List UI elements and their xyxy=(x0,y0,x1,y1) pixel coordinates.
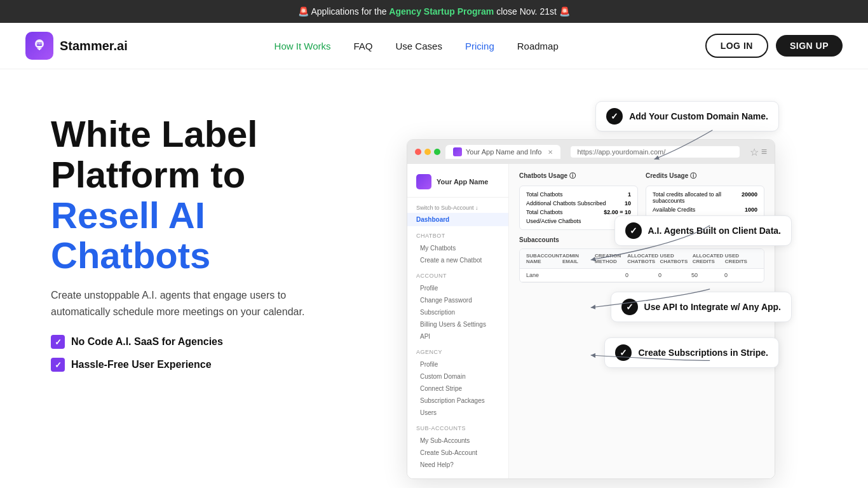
td-used-credits: 0 xyxy=(724,272,757,278)
th-method: Creation Method xyxy=(595,253,627,264)
browser-dots xyxy=(415,149,440,155)
hero-section: White Label Platform to Resell AI Chatbo… xyxy=(0,69,868,488)
browser-nav-icons: ☆ ≡ xyxy=(750,146,767,158)
credits-stat-1: Total credits allocated to all subaccoun… xyxy=(653,191,757,204)
th-name: Subaccount Name xyxy=(526,253,562,264)
announcement-prefix: 🚨 Applications for the xyxy=(298,6,389,17)
table-row: Lane 0 0 50 0 xyxy=(520,269,764,282)
browser-tab: Your App Name and Info ✕ xyxy=(445,145,560,159)
browser-bar: Your App Name and Info ✕ https://app.you… xyxy=(407,140,775,164)
sidebar-create-chatbot[interactable]: Create a new Chatbot xyxy=(407,254,508,266)
sidebar-create-subaccount[interactable]: Create Sub-Account xyxy=(407,447,508,459)
callout-text-2: A.I. Agents Built on Client Data. xyxy=(648,226,782,236)
svg-point-2 xyxy=(37,43,39,44)
sidebar-connect-stripe[interactable]: Connect Stripe xyxy=(407,383,508,395)
td-alloc-chatbots: 0 xyxy=(625,272,658,278)
dot-yellow xyxy=(424,149,431,155)
chatbots-stat-label-4: Used/Active Chatbots xyxy=(526,218,581,224)
sidebar-custom-domain[interactable]: Custom Domain xyxy=(407,370,508,383)
chatbots-stat-label-3: Total Chatbots xyxy=(526,209,563,215)
tab-close: ✕ xyxy=(548,149,553,156)
td-name: Lane xyxy=(526,272,559,278)
chatbots-stat-2: Additional Chatbots Subscribed 10 xyxy=(526,200,631,207)
td-alloc-credits: 50 xyxy=(691,272,724,278)
nav-how-it-works[interactable]: How It Works xyxy=(275,41,331,51)
hero-title: White Label Platform to Resell AI Chatbo… xyxy=(51,114,369,276)
callout-api: ✓ Use API to Integrate w/ Any App. xyxy=(611,292,792,322)
hero-right: ✓ Add Your Custom Domain Name. Your App … xyxy=(407,101,817,419)
nav-use-cases[interactable]: Use Cases xyxy=(396,41,442,51)
svg-point-3 xyxy=(39,43,40,44)
th-used-credits: Used Credits xyxy=(725,253,757,264)
nav-pricing[interactable]: Pricing xyxy=(465,41,494,51)
subaccounts-table: Subaccount Name Admin Email Creation Met… xyxy=(519,248,764,283)
nav-roadmap[interactable]: Roadmap xyxy=(517,41,559,51)
td-used-chatbots: 0 xyxy=(658,272,691,278)
svg-point-4 xyxy=(41,43,42,44)
header-buttons: LOG IN SIGN UP xyxy=(705,34,843,58)
th-alloc-chatbots: Allocated Chatbots xyxy=(627,253,660,264)
sidebar-change-password[interactable]: Change Password xyxy=(407,294,508,306)
chatbots-stat-1: Total Chatbots 1 xyxy=(526,191,631,198)
sidebar-chatbot-section: Chatbot xyxy=(407,226,508,242)
sidebar-users[interactable]: Users xyxy=(407,407,508,419)
credits-stat-2: Available Credits 1000 xyxy=(653,207,757,213)
callout-check-3: ✓ xyxy=(621,299,638,315)
feature-check-2: ✓ xyxy=(51,358,65,372)
sidebar-subscription[interactable]: Subscription xyxy=(407,306,508,318)
star-icon: ☆ xyxy=(750,146,759,158)
sidebar-subscription-packages[interactable]: Subscription Packages xyxy=(407,395,508,407)
sidebar-agency-section: Agency xyxy=(407,342,508,358)
callout-text-1: Add Your Custom Domain Name. xyxy=(629,111,768,121)
tab-icon xyxy=(453,147,462,156)
th-email: Admin Email xyxy=(562,253,595,264)
svg-rect-5 xyxy=(39,48,40,50)
logo-icon xyxy=(25,32,53,60)
signup-button[interactable]: SIGN UP xyxy=(776,35,843,57)
callout-custom-domain: ✓ Add Your Custom Domain Name. xyxy=(595,101,779,132)
chatbots-stat-value: 1 xyxy=(628,191,631,198)
announcement-highlight: Agency Startup Program xyxy=(389,6,494,17)
browser-url: https://app.yourdomain.com/ xyxy=(571,146,739,158)
callout-text-3: Use API to Integrate w/ Any App. xyxy=(644,302,781,312)
sidebar-api[interactable]: API xyxy=(407,330,508,342)
sidebar-subaccounts-section: Sub-Accounts xyxy=(407,419,508,435)
th-used-chatbots: Used Chatbots xyxy=(660,253,692,264)
credits-label-1: Total credits allocated to all subaccoun… xyxy=(653,191,742,204)
sidebar-need-help[interactable]: Need Help? xyxy=(407,459,508,471)
menu-icon: ≡ xyxy=(761,146,767,158)
login-button[interactable]: LOG IN xyxy=(705,34,768,58)
sidebar-switch[interactable]: Switch to Sub-Account ↓ xyxy=(407,203,508,213)
dot-red xyxy=(415,149,421,155)
nav-faq[interactable]: FAQ xyxy=(354,41,373,51)
feature-check-1: ✓ xyxy=(51,335,65,349)
chatbots-stat-value-3: $2.00 = 10 xyxy=(604,209,631,215)
hero-left: White Label Platform to Resell AI Chatbo… xyxy=(51,107,369,372)
sidebar-profile[interactable]: Profile xyxy=(407,282,508,294)
chatbots-stat-label-2: Additional Chatbots Subscribed xyxy=(526,200,606,207)
announcement-suffix: close Nov. 21st 🚨 xyxy=(494,6,569,17)
table-header: Subaccount Name Admin Email Creation Met… xyxy=(520,249,764,269)
credits-label-2: Available Credits xyxy=(653,207,695,213)
feature-item-1: ✓ No Code A.I. SaaS for Agencies xyxy=(51,335,369,349)
sidebar-account-section: Account xyxy=(407,266,508,282)
chatbots-stat-label: Total Chatbots xyxy=(526,191,563,198)
callout-check-4: ✓ xyxy=(615,344,632,361)
feature-item-2: ✓ Hassle-Free User Experience xyxy=(51,358,369,372)
dot-green xyxy=(434,149,440,155)
credits-value-1: 20000 xyxy=(742,191,757,204)
sidebar-dashboard[interactable]: Dashboard xyxy=(407,213,508,226)
sidebar-billing[interactable]: Billing Users & Settings xyxy=(407,318,508,330)
callout-stripe: ✓ Create Subscriptions in Stripe. xyxy=(604,337,779,368)
sidebar-my-subaccounts[interactable]: My Sub-Accounts xyxy=(407,435,508,447)
credits-value-2: 1000 xyxy=(745,207,757,213)
sidebar-agency-profile[interactable]: Profile xyxy=(407,358,508,370)
callout-text-4: Create Subscriptions in Stripe. xyxy=(638,348,768,358)
header: Stammer.ai How It Works FAQ Use Cases Pr… xyxy=(0,23,868,69)
main-nav: How It Works FAQ Use Cases Pricing Roadm… xyxy=(275,41,559,51)
announcement-bar: 🚨 Applications for the Agency Startup Pr… xyxy=(0,0,868,23)
sidebar-app-name: Your App Name xyxy=(437,178,488,186)
sidebar-my-chatbots[interactable]: My Chatbots xyxy=(407,242,508,254)
sidebar-logo-icon xyxy=(416,174,431,189)
sidebar-logo: Your App Name xyxy=(407,172,508,198)
